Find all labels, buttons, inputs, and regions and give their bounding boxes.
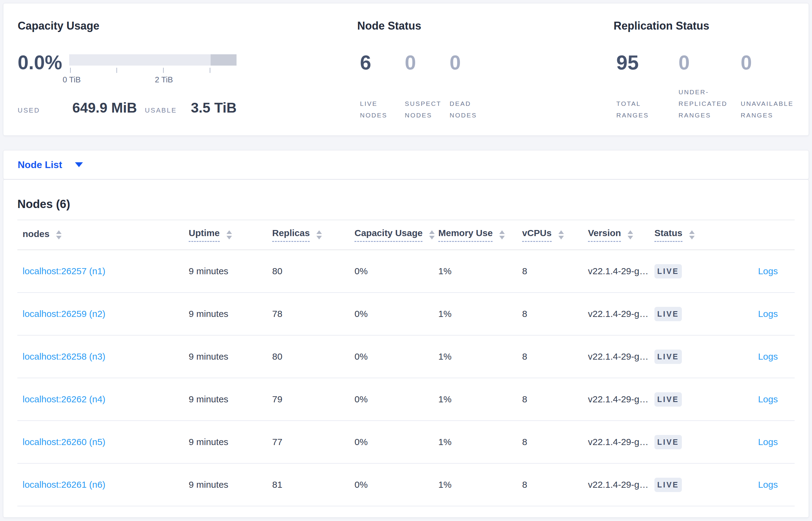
table-header-row: nodes Uptime Replicas Capacity Usage Mem… (17, 220, 795, 250)
status-cell: LIVE (654, 264, 732, 278)
live-nodes-stat: 6 LIVE NODES (360, 51, 405, 121)
table-row: localhost:26259 (n2) 9 minutes 78 0% 1% … (17, 293, 795, 336)
capacity-bar-track (69, 54, 237, 66)
node-link[interactable]: localhost:26260 (n5) (23, 437, 105, 447)
logs-link[interactable]: Logs (758, 437, 778, 447)
vcpus-cell: 8 (522, 309, 588, 319)
node-list-panel: Nodes (6) nodes Uptime Replicas Capacity… (3, 179, 809, 518)
node-cell: localhost:26258 (n3) (17, 352, 189, 362)
sort-icon (429, 230, 435, 240)
capacity-used-percent: 0.0% (18, 51, 69, 73)
uptime-cell: 9 minutes (189, 266, 272, 276)
logs-link[interactable]: Logs (758, 352, 778, 361)
status-badge: LIVE (654, 435, 682, 449)
unavailable-ranges-value: 0 (741, 51, 803, 73)
version-cell: v22.1.4-29-g… (588, 479, 654, 490)
column-header-vcpus[interactable]: vCPUs (522, 228, 588, 242)
live-nodes-value: 6 (360, 51, 405, 73)
node-cell: localhost:26262 (n4) (17, 394, 189, 405)
sort-icon (689, 230, 695, 240)
column-header-memory-use[interactable]: Memory Use (438, 228, 522, 242)
uptime-cell: 9 minutes (189, 309, 272, 319)
node-status-section: Node Status 6 LIVE NODES 0 SUSPECT NODES… (354, 19, 610, 135)
table-row: localhost:26258 (n3) 9 minutes 80 0% 1% … (17, 336, 795, 378)
dead-nodes-value: 0 (450, 51, 494, 73)
dead-nodes-stat: 0 DEAD NODES (450, 51, 494, 121)
logs-link[interactable]: Logs (758, 479, 778, 490)
replicas-cell: 79 (272, 394, 355, 405)
dead-nodes-label: DEAD NODES (450, 98, 494, 121)
column-header-replicas[interactable]: Replicas (272, 228, 355, 242)
node-cell: localhost:26257 (n1) (17, 266, 189, 276)
replicas-cell: 81 (272, 479, 355, 490)
column-header-status[interactable]: Status (654, 228, 732, 242)
axis-tick (70, 68, 71, 73)
replicas-cell: 78 (272, 309, 355, 319)
version-cell: v22.1.4-29-g… (588, 352, 654, 362)
nodes-table-title: Nodes (6) (17, 197, 795, 211)
status-cell: LIVE (654, 392, 732, 407)
total-ranges-stat: 95 TOTAL RANGES (616, 51, 678, 121)
status-cell: LIVE (654, 435, 732, 449)
axis-tick (163, 68, 164, 73)
replicas-cell: 77 (272, 437, 355, 447)
capacity-cell: 0% (355, 266, 438, 276)
vcpus-cell: 8 (522, 394, 588, 405)
memory-cell: 1% (438, 394, 522, 405)
status-cell: LIVE (654, 478, 732, 492)
logs-link[interactable]: Logs (758, 394, 778, 404)
vcpus-cell: 8 (522, 266, 588, 276)
capacity-cell: 0% (355, 437, 438, 447)
memory-cell: 1% (438, 352, 522, 362)
column-header-nodes[interactable]: nodes (17, 229, 189, 241)
replication-status-section: Replication Status 95 TOTAL RANGES 0 UND… (610, 19, 809, 135)
logs-cell: Logs (732, 309, 795, 319)
version-cell: v22.1.4-29-g… (588, 266, 654, 276)
capacity-cell: 0% (355, 479, 438, 490)
under-replicated-ranges-label: UNDER- REPLICATED RANGES (678, 86, 741, 121)
memory-cell: 1% (438, 437, 522, 447)
axis-tick (210, 68, 210, 73)
node-status-title: Node Status (357, 19, 610, 32)
uptime-cell: 9 minutes (189, 479, 272, 490)
replicas-cell: 80 (272, 266, 355, 276)
table-row: localhost:26261 (n6) 9 minutes 81 0% 1% … (17, 463, 795, 506)
node-cell: localhost:26261 (n6) (17, 479, 189, 490)
axis-tick-label: 0 TiB (63, 75, 81, 85)
node-link[interactable]: localhost:26259 (n2) (23, 309, 105, 319)
vcpus-cell: 8 (522, 437, 588, 447)
view-selector-bar: Node List (3, 150, 809, 179)
under-replicated-ranges-stat: 0 UNDER- REPLICATED RANGES (678, 51, 741, 121)
sort-icon (628, 230, 633, 240)
cluster-summary-panel: Capacity Usage 0.0% 0 TiB 2 TiB USED 649… (3, 3, 809, 136)
capacity-cell: 0% (355, 394, 438, 405)
capacity-usage-section: Capacity Usage 0.0% 0 TiB 2 TiB USED 649… (3, 19, 354, 135)
sort-icon (316, 230, 322, 240)
node-link[interactable]: localhost:26261 (n6) (23, 479, 105, 490)
logs-link[interactable]: Logs (758, 266, 778, 276)
sort-icon (558, 230, 564, 240)
node-link[interactable]: localhost:26262 (n4) (23, 394, 105, 404)
node-link[interactable]: localhost:26257 (n1) (23, 266, 105, 276)
logs-link[interactable]: Logs (758, 309, 778, 319)
view-selector-dropdown[interactable]: Node List (18, 159, 83, 171)
usable-value: 3.5 TiB (191, 99, 237, 116)
memory-cell: 1% (438, 479, 522, 490)
column-header-version[interactable]: Version (588, 228, 654, 242)
logs-cell: Logs (732, 266, 795, 276)
node-link[interactable]: localhost:26258 (n3) (23, 352, 105, 361)
total-ranges-value: 95 (616, 51, 678, 73)
column-header-uptime[interactable]: Uptime (189, 228, 272, 242)
uptime-cell: 9 minutes (189, 437, 272, 447)
replicas-cell: 80 (272, 352, 355, 362)
capacity-cell: 0% (355, 352, 438, 362)
table-row: localhost:26257 (n1) 9 minutes 80 0% 1% … (17, 250, 795, 293)
vcpus-cell: 8 (522, 479, 588, 490)
used-label: USED (18, 107, 40, 114)
logs-cell: Logs (732, 352, 795, 362)
logs-cell: Logs (732, 479, 795, 490)
suspect-nodes-label: SUSPECT NODES (405, 98, 450, 121)
version-cell: v22.1.4-29-g… (588, 394, 654, 405)
column-header-capacity-usage[interactable]: Capacity Usage (355, 228, 438, 242)
vcpus-cell: 8 (522, 352, 588, 362)
